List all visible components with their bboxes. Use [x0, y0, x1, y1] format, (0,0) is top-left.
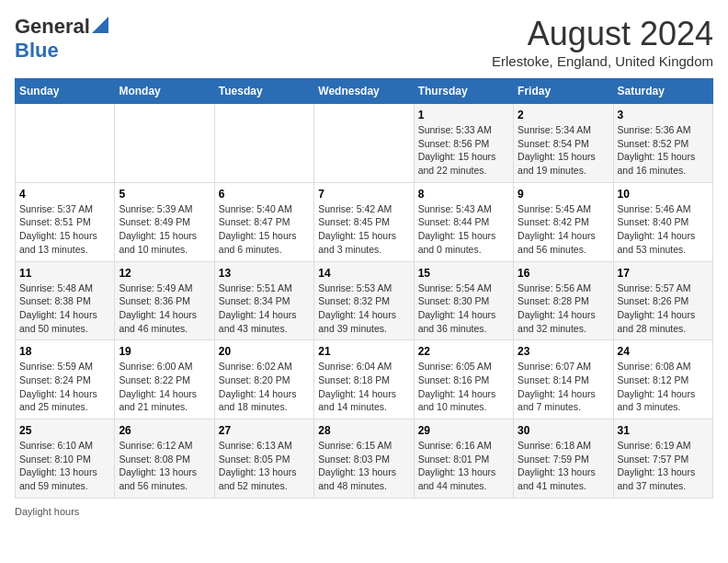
month-title: August 2024	[492, 15, 713, 53]
calendar-cell: 15Sunrise: 5:54 AM Sunset: 8:30 PM Dayli…	[414, 261, 513, 340]
day-info: Sunrise: 6:12 AM Sunset: 8:08 PM Dayligh…	[119, 439, 210, 493]
calendar-cell: 26Sunrise: 6:12 AM Sunset: 8:08 PM Dayli…	[115, 419, 214, 499]
logo: General Blue	[15, 15, 108, 63]
day-info: Sunrise: 5:39 AM Sunset: 8:49 PM Dayligh…	[119, 202, 210, 257]
calendar-cell: 11Sunrise: 5:48 AM Sunset: 8:38 PM Dayli…	[16, 261, 115, 340]
day-info: Sunrise: 5:59 AM Sunset: 8:24 PM Dayligh…	[19, 360, 110, 414]
day-info: Sunrise: 6:18 AM Sunset: 7:59 PM Dayligh…	[518, 439, 609, 493]
svg-marker-0	[92, 17, 108, 33]
calendar-week-row: 18Sunrise: 5:59 AM Sunset: 8:24 PM Dayli…	[16, 340, 713, 419]
location-title: Erlestoke, England, United Kingdom	[492, 53, 713, 69]
day-info: Sunrise: 6:13 AM Sunset: 8:05 PM Dayligh…	[219, 439, 310, 493]
calendar-cell: 8Sunrise: 5:43 AM Sunset: 8:44 PM Daylig…	[414, 182, 513, 261]
day-number: 28	[318, 424, 409, 437]
logo-triangle-icon	[92, 17, 108, 33]
day-info: Sunrise: 5:56 AM Sunset: 8:28 PM Dayligh…	[518, 282, 609, 336]
day-info: Sunrise: 5:46 AM Sunset: 8:40 PM Dayligh…	[618, 202, 709, 257]
day-number: 30	[518, 424, 609, 437]
calendar-cell: 27Sunrise: 6:13 AM Sunset: 8:05 PM Dayli…	[214, 419, 313, 499]
calendar-cell: 5Sunrise: 5:39 AM Sunset: 8:49 PM Daylig…	[115, 182, 214, 261]
day-info: Sunrise: 5:43 AM Sunset: 8:44 PM Dayligh…	[418, 202, 509, 257]
day-number: 19	[119, 345, 210, 358]
calendar-cell: 23Sunrise: 6:07 AM Sunset: 8:14 PM Dayli…	[514, 340, 613, 419]
day-info: Sunrise: 5:45 AM Sunset: 8:42 PM Dayligh…	[518, 202, 609, 257]
day-number: 31	[618, 424, 709, 437]
calendar-header-tuesday: Tuesday	[214, 79, 313, 104]
calendar-header-wednesday: Wednesday	[314, 79, 414, 104]
day-info: Sunrise: 5:53 AM Sunset: 8:32 PM Dayligh…	[318, 282, 409, 336]
calendar-cell: 4Sunrise: 5:37 AM Sunset: 8:51 PM Daylig…	[16, 182, 115, 261]
calendar-cell	[115, 104, 214, 183]
calendar-header-row: SundayMondayTuesdayWednesdayThursdayFrid…	[16, 79, 713, 104]
day-number: 22	[418, 345, 509, 358]
footer-note: Daylight hours	[15, 506, 713, 517]
calendar-cell	[214, 104, 313, 183]
day-number: 25	[19, 424, 110, 437]
calendar-cell: 7Sunrise: 5:42 AM Sunset: 8:45 PM Daylig…	[314, 182, 414, 261]
logo-general-text: General	[15, 15, 90, 39]
day-number: 5	[119, 188, 210, 201]
calendar-cell: 9Sunrise: 5:45 AM Sunset: 8:42 PM Daylig…	[514, 182, 613, 261]
calendar-cell: 29Sunrise: 6:16 AM Sunset: 8:01 PM Dayli…	[414, 419, 513, 499]
calendar-cell: 3Sunrise: 5:36 AM Sunset: 8:52 PM Daylig…	[613, 104, 712, 183]
day-number: 13	[219, 267, 310, 280]
calendar-header-monday: Monday	[115, 79, 214, 104]
day-info: Sunrise: 5:49 AM Sunset: 8:36 PM Dayligh…	[119, 282, 210, 336]
calendar-cell	[314, 104, 414, 183]
logo-blue-text: Blue	[15, 39, 59, 62]
day-number: 6	[219, 188, 310, 201]
calendar-cell: 28Sunrise: 6:15 AM Sunset: 8:03 PM Dayli…	[314, 419, 414, 499]
day-number: 14	[318, 267, 409, 280]
day-number: 26	[119, 424, 210, 437]
day-number: 8	[418, 188, 509, 201]
calendar-cell	[16, 104, 115, 183]
day-number: 9	[518, 188, 609, 201]
day-number: 1	[418, 109, 509, 121]
calendar-cell: 20Sunrise: 6:02 AM Sunset: 8:20 PM Dayli…	[214, 340, 313, 419]
calendar-week-row: 11Sunrise: 5:48 AM Sunset: 8:38 PM Dayli…	[16, 261, 713, 340]
day-info: Sunrise: 6:00 AM Sunset: 8:22 PM Dayligh…	[119, 360, 210, 414]
day-number: 21	[318, 345, 409, 358]
day-info: Sunrise: 5:51 AM Sunset: 8:34 PM Dayligh…	[219, 282, 310, 336]
calendar-cell: 19Sunrise: 6:00 AM Sunset: 8:22 PM Dayli…	[115, 340, 214, 419]
day-number: 27	[219, 424, 310, 437]
day-number: 4	[19, 188, 110, 201]
calendar-cell: 31Sunrise: 6:19 AM Sunset: 7:57 PM Dayli…	[613, 419, 712, 499]
day-info: Sunrise: 6:15 AM Sunset: 8:03 PM Dayligh…	[318, 439, 409, 493]
day-number: 16	[518, 267, 609, 280]
day-info: Sunrise: 5:40 AM Sunset: 8:47 PM Dayligh…	[219, 202, 310, 257]
day-info: Sunrise: 6:05 AM Sunset: 8:16 PM Dayligh…	[418, 360, 509, 414]
day-number: 12	[119, 267, 210, 280]
day-info: Sunrise: 5:48 AM Sunset: 8:38 PM Dayligh…	[19, 282, 110, 336]
calendar-header-saturday: Saturday	[613, 79, 712, 104]
title-section: August 2024 Erlestoke, England, United K…	[492, 15, 713, 69]
day-info: Sunrise: 5:36 AM Sunset: 8:52 PM Dayligh…	[618, 123, 709, 178]
calendar-cell: 2Sunrise: 5:34 AM Sunset: 8:54 PM Daylig…	[514, 104, 613, 183]
calendar-header-friday: Friday	[514, 79, 613, 104]
calendar-week-row: 25Sunrise: 6:10 AM Sunset: 8:10 PM Dayli…	[16, 419, 713, 499]
day-number: 20	[219, 345, 310, 358]
day-info: Sunrise: 5:42 AM Sunset: 8:45 PM Dayligh…	[318, 202, 409, 257]
day-info: Sunrise: 6:08 AM Sunset: 8:12 PM Dayligh…	[618, 360, 709, 414]
calendar-header-sunday: Sunday	[16, 79, 115, 104]
day-info: Sunrise: 6:10 AM Sunset: 8:10 PM Dayligh…	[19, 439, 110, 493]
page-header: General Blue August 2024 Erlestoke, Engl…	[15, 15, 713, 69]
calendar-cell: 30Sunrise: 6:18 AM Sunset: 7:59 PM Dayli…	[514, 419, 613, 499]
calendar-cell: 14Sunrise: 5:53 AM Sunset: 8:32 PM Dayli…	[314, 261, 414, 340]
day-number: 3	[618, 109, 709, 121]
calendar-cell: 13Sunrise: 5:51 AM Sunset: 8:34 PM Dayli…	[214, 261, 313, 340]
day-number: 15	[418, 267, 509, 280]
day-info: Sunrise: 5:34 AM Sunset: 8:54 PM Dayligh…	[518, 123, 609, 178]
calendar-cell: 16Sunrise: 5:56 AM Sunset: 8:28 PM Dayli…	[514, 261, 613, 340]
day-number: 29	[418, 424, 509, 437]
calendar-cell: 12Sunrise: 5:49 AM Sunset: 8:36 PM Dayli…	[115, 261, 214, 340]
calendar-cell: 24Sunrise: 6:08 AM Sunset: 8:12 PM Dayli…	[613, 340, 712, 419]
calendar-cell: 21Sunrise: 6:04 AM Sunset: 8:18 PM Dayli…	[314, 340, 414, 419]
day-number: 10	[618, 188, 709, 201]
calendar-cell: 1Sunrise: 5:33 AM Sunset: 8:56 PM Daylig…	[414, 104, 513, 183]
day-info: Sunrise: 5:57 AM Sunset: 8:26 PM Dayligh…	[618, 282, 709, 336]
calendar-week-row: 1Sunrise: 5:33 AM Sunset: 8:56 PM Daylig…	[16, 104, 713, 183]
day-number: 2	[518, 109, 609, 121]
calendar-cell: 18Sunrise: 5:59 AM Sunset: 8:24 PM Dayli…	[16, 340, 115, 419]
day-number: 18	[19, 345, 110, 358]
